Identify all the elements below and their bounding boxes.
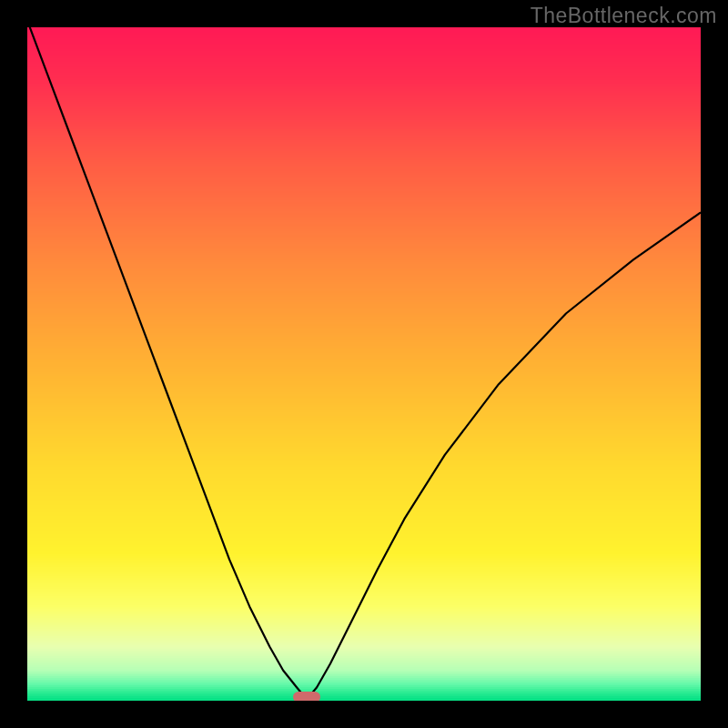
chart-frame: TheBottleneck.com bbox=[0, 0, 728, 728]
curve-svg bbox=[27, 27, 701, 701]
watermark-text: TheBottleneck.com bbox=[531, 4, 717, 28]
bottleneck-curve bbox=[27, 27, 701, 699]
plot-area bbox=[27, 27, 701, 701]
bottleneck-marker bbox=[293, 692, 320, 701]
